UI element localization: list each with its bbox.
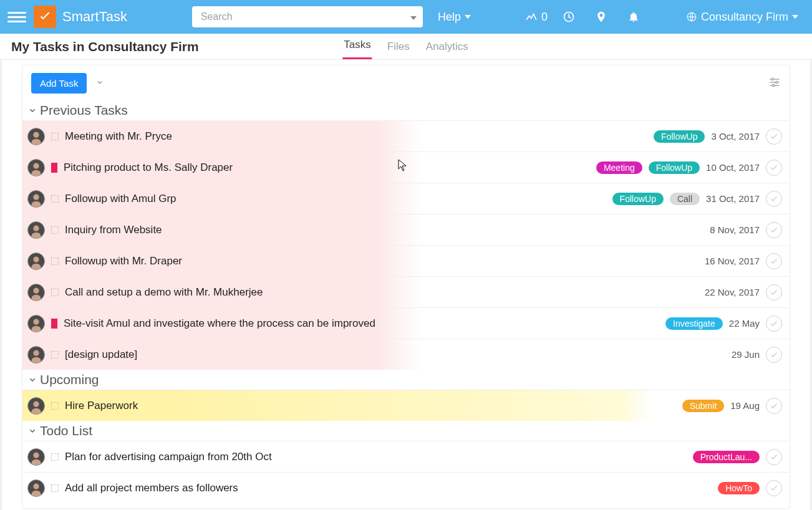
filter-button[interactable] [768, 76, 781, 91]
avatar[interactable] [27, 284, 45, 301]
chevron-down-icon [95, 78, 104, 87]
complete-button[interactable] [766, 480, 782, 496]
task-row[interactable]: Hire PaperworkSubmit19 Aug [22, 390, 790, 421]
top-bar: SmartTask Help 0 Consultancy Firm [0, 0, 812, 34]
task-checkbox[interactable] [51, 402, 59, 410]
avatar[interactable] [27, 190, 45, 208]
task-title: Add all project members as followers [65, 482, 238, 494]
avatar[interactable] [27, 221, 45, 239]
help-menu[interactable]: Help [438, 11, 471, 24]
task-row[interactable]: Plan for advertising campaign from 20th … [22, 441, 790, 472]
task-date: 31 Oct, 2017 [706, 193, 760, 204]
complete-button[interactable] [766, 398, 782, 414]
add-task-menu[interactable] [95, 78, 104, 89]
section-title: Upcoming [40, 372, 99, 387]
task-row[interactable]: Inquiry from Website8 Nov, 2017 [22, 214, 790, 245]
task-date: 19 Aug [730, 400, 760, 411]
task-row[interactable]: Followup with Mr. Draper16 Nov, 2017 [22, 245, 790, 276]
task-list[interactable]: Previous TasksMeeting with Mr. PryceFoll… [22, 100, 790, 508]
avatar[interactable] [27, 159, 45, 176]
help-label: Help [438, 11, 461, 24]
add-task-button[interactable]: Add Task [31, 73, 87, 94]
avatar[interactable] [27, 315, 45, 332]
tag-pill[interactable]: FollowUp [654, 130, 705, 143]
tag-pill[interactable]: Meeting [596, 161, 642, 174]
priority-flag [51, 319, 57, 329]
avatar[interactable] [27, 128, 45, 145]
tag-pill[interactable]: ProductLau... [693, 451, 760, 463]
row-right: Submit19 Aug [682, 398, 782, 414]
task-title: Call and setup a demo with Mr. Mukherjee [65, 286, 263, 299]
task-checkbox[interactable] [51, 226, 59, 234]
avatar[interactable] [27, 448, 45, 466]
complete-button[interactable] [766, 191, 782, 207]
complete-button[interactable] [766, 222, 782, 238]
task-checkbox[interactable] [51, 133, 59, 140]
search-input[interactable] [192, 6, 423, 27]
section-header[interactable]: Upcoming [22, 370, 790, 390]
avatar[interactable] [27, 479, 45, 497]
task-title: Followup with Mr. Draper [65, 255, 182, 267]
task-row[interactable]: Call and setup a demo with Mr. Mukherjee… [22, 276, 790, 307]
task-row[interactable]: Add all project members as followersHowT… [22, 472, 790, 503]
complete-button[interactable] [766, 315, 782, 332]
complete-button[interactable] [766, 253, 782, 269]
location-icon [595, 11, 607, 23]
tag-pill[interactable]: Submit [682, 400, 725, 412]
page-title: My Tasks in Consultancy Firm [11, 39, 199, 59]
avatar[interactable] [27, 397, 45, 415]
task-checkbox[interactable] [51, 289, 59, 296]
tag-pill[interactable]: Call [670, 193, 700, 205]
tab-analytics[interactable]: Analytics [425, 41, 470, 59]
complete-button[interactable] [766, 160, 782, 176]
sub-header: My Tasks in Consultancy Firm TasksFilesA… [0, 34, 812, 60]
app-logo[interactable] [34, 6, 56, 28]
task-date: 29 Jun [732, 349, 760, 360]
section-title: Previous Tasks [40, 103, 128, 118]
section-header[interactable]: Todo List [22, 421, 790, 441]
tag-pill[interactable]: HowTo [718, 482, 760, 494]
notifications-button[interactable] [621, 0, 646, 34]
complete-button[interactable] [766, 449, 782, 465]
row-right: 16 Nov, 2017 [705, 253, 782, 269]
org-selector[interactable]: Consultancy Firm [680, 11, 805, 24]
task-title: [design update] [65, 349, 137, 361]
task-row[interactable]: [design update]29 Jun [22, 339, 790, 370]
activity-stats[interactable]: 0 [524, 0, 549, 34]
location-button[interactable] [589, 0, 614, 34]
task-row[interactable]: Site-visit Amul and investigate where th… [22, 307, 790, 339]
row-right: HowTo [718, 480, 782, 496]
row-right: MeetingFollowUp10 Oct, 2017 [596, 160, 782, 176]
row-right: 8 Nov, 2017 [710, 222, 782, 238]
task-title: Hire Paperwork [65, 400, 138, 412]
task-checkbox[interactable] [51, 453, 59, 461]
search-dropdown-icon[interactable] [410, 11, 417, 22]
bell-icon [627, 11, 640, 23]
tag-pill[interactable]: FollowUp [649, 161, 700, 174]
task-date: 22 May [729, 318, 760, 329]
brand-name: SmartTask [62, 9, 127, 25]
task-checkbox[interactable] [51, 257, 59, 265]
tab-tasks[interactable]: Tasks [342, 39, 372, 59]
avatar[interactable] [27, 346, 45, 363]
task-checkbox[interactable] [51, 351, 59, 358]
complete-button[interactable] [766, 347, 782, 363]
task-checkbox[interactable] [51, 484, 59, 492]
task-title: Followup with Amul Grp [65, 193, 176, 205]
task-checkbox[interactable] [51, 195, 59, 203]
task-row[interactable]: Meeting with Mr. PryceFollowUp3 Oct, 201… [22, 120, 790, 152]
menu-icon[interactable] [7, 7, 26, 26]
tag-pill[interactable]: FollowUp [612, 193, 664, 205]
search-wrap [192, 6, 423, 27]
avatar[interactable] [27, 253, 45, 270]
section-header[interactable]: Previous Tasks [22, 100, 790, 120]
complete-button[interactable] [766, 284, 782, 301]
task-row[interactable]: Pitching product to Ms. Sally DraperMeet… [22, 152, 790, 183]
chevron-down-icon [27, 375, 37, 385]
tag-pill[interactable]: Investigate [665, 317, 723, 330]
task-date: 16 Nov, 2017 [705, 256, 760, 266]
clock-button[interactable] [556, 0, 581, 34]
tab-files[interactable]: Files [386, 41, 411, 59]
task-row[interactable]: Followup with Amul GrpFollowUpCall31 Oct… [22, 183, 790, 214]
complete-button[interactable] [766, 128, 782, 145]
